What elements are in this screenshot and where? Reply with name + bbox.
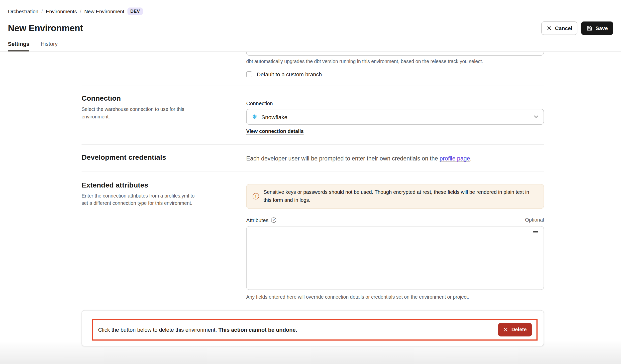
connection-section: Connection Select the warehouse connecti… (82, 86, 544, 144)
release-track-row: dbt automatically upgrades the dbt versi… (82, 52, 544, 86)
page: Orchestration / Environments / New Envir… (0, 0, 621, 364)
settings-form: dbt automatically upgrades the dbt versi… (82, 52, 544, 346)
delete-warning-text: Click the button below to delete this en… (98, 326, 297, 332)
delete-text-bold: This action cannot be undone. (218, 326, 297, 332)
tab-history[interactable]: History (41, 41, 58, 52)
connection-select-value: Snowflake (261, 114, 530, 120)
delete-highlight-box: Click the button below to delete this en… (92, 319, 538, 340)
delete-environment-card: Click the button below to delete this en… (82, 310, 544, 346)
attributes-textarea[interactable] (247, 226, 544, 289)
save-disk-icon (586, 25, 592, 31)
connection-field-label: Connection (246, 100, 544, 106)
collapse-editor-icon[interactable] (533, 231, 538, 232)
save-button-label: Save (595, 25, 608, 31)
close-icon (547, 26, 552, 31)
help-icon[interactable]: ? (271, 217, 276, 223)
connection-description: Select the warehouse connection to use f… (82, 106, 202, 120)
attributes-helper: Any fields entered here will override co… (246, 294, 544, 300)
tab-bar: Settings History (8, 41, 613, 52)
custom-branch-label: Default to a custom branch (257, 71, 322, 77)
profile-page-link[interactable]: profile page (440, 155, 470, 162)
custom-branch-checkbox[interactable] (246, 71, 252, 77)
view-connection-details-link[interactable]: View connection details (246, 128, 304, 134)
attributes-editor (246, 226, 544, 290)
env-type-badge: DEV (127, 8, 143, 15)
delete-button-label: Delete (511, 327, 527, 332)
snowflake-icon: ❄ (252, 114, 257, 120)
connection-heading: Connection (82, 94, 231, 103)
chevron-down-icon (534, 115, 538, 118)
breadcrumb-new-environment[interactable]: New Environment (84, 9, 124, 14)
alert-icon: ! (253, 193, 259, 200)
delete-text-normal: Click the button below to delete this en… (98, 326, 219, 332)
page-title: New Environment (8, 23, 83, 34)
breadcrumb-environments[interactable]: Environments (46, 9, 77, 14)
delete-x-icon (503, 327, 508, 332)
custom-branch-checkbox-row[interactable]: Default to a custom branch (246, 71, 544, 77)
sensitive-keys-warning: ! Sensitive keys or passwords should not… (246, 184, 544, 209)
extended-attributes-description: Enter the connection attributes from a p… (82, 192, 202, 207)
dev-credentials-text: Each developer user will be prompted to … (246, 154, 544, 163)
delete-button[interactable]: Delete (498, 323, 532, 336)
optional-badge: Optional (525, 217, 544, 223)
breadcrumb: Orchestration / Environments / New Envir… (8, 8, 613, 15)
cancel-button-label: Cancel (555, 25, 572, 31)
header-actions: Cancel Save (542, 22, 613, 35)
tab-settings[interactable]: Settings (8, 41, 30, 52)
dev-credentials-heading: Development credentials (82, 153, 231, 161)
warning-text: Sensitive keys or passwords should not b… (264, 189, 538, 204)
breadcrumb-separator: / (80, 9, 81, 14)
release-track-helper: dbt automatically upgrades the dbt versi… (246, 59, 544, 64)
extended-attributes-heading: Extended attributes (82, 181, 231, 189)
breadcrumb-orchestration[interactable]: Orchestration (8, 9, 39, 14)
extended-attributes-section: Extended attributes Enter the connection… (82, 172, 544, 300)
attributes-field-label: Attributes (246, 217, 269, 223)
page-header: Orchestration / Environments / New Envir… (0, 0, 621, 52)
breadcrumb-separator: / (41, 9, 43, 14)
dev-credentials-section: Development credentials Each developer u… (82, 145, 544, 172)
dev-credentials-text-suffix: . (470, 155, 472, 162)
connection-select[interactable]: ❄ Snowflake (246, 109, 544, 125)
save-button[interactable]: Save (581, 22, 613, 35)
dev-credentials-text-prefix: Each developer user will be prompted to … (246, 155, 440, 162)
cancel-button[interactable]: Cancel (542, 22, 578, 35)
release-track-select-partial[interactable] (246, 52, 544, 56)
